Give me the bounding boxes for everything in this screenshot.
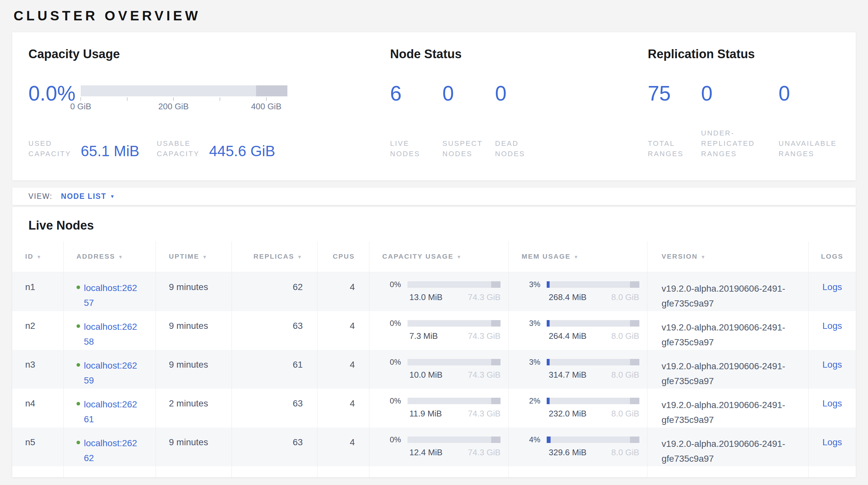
cell-version: v19.2.0-alpha.20190606-2491-gfe735c9a97: [647, 272, 809, 311]
node-health-icon: [76, 286, 80, 289]
cell-empty: [12, 466, 63, 477]
column-header-replicas[interactable]: REPLICAS▼: [232, 241, 317, 272]
mem-total-value: 8.0 GiB: [611, 370, 640, 380]
capacity-meter-bar-row: 0%: [382, 435, 500, 444]
sort-arrow-icon[interactable]: ▼: [118, 254, 124, 260]
sort-arrow-icon[interactable]: ▼: [701, 254, 706, 260]
mem-percent: 3%: [522, 280, 547, 289]
mem-meter-track: [547, 359, 639, 365]
capacity-meter-other-segment: [491, 436, 500, 443]
sort-arrow-icon[interactable]: ▼: [36, 254, 42, 260]
axis-tick: [220, 97, 220, 101]
mem-meter-fill: [547, 436, 550, 443]
node-status-stat-label: DEAD NODES: [495, 138, 544, 159]
capacity-total-value: 74.3 GiB: [468, 292, 500, 302]
column-header-address[interactable]: ADDRESS▼: [63, 241, 156, 272]
logs-link[interactable]: Logs: [823, 321, 842, 331]
address: localhost:26257: [76, 281, 149, 310]
column-header-label[interactable]: REPLICAS: [253, 253, 294, 260]
column-header-label[interactable]: UPTIME: [169, 253, 199, 260]
column-header-id[interactable]: ID▼: [12, 241, 63, 272]
cell-cpus: 4: [317, 272, 369, 311]
capacity-bar-other-segment: [256, 85, 287, 96]
sort-arrow-icon[interactable]: ▼: [202, 254, 208, 260]
cell-empty: [647, 466, 809, 477]
node-status-stat-value: 0: [442, 82, 485, 106]
cell-logs: Logs: [809, 389, 856, 427]
capacity-meter-track: [407, 320, 500, 326]
address-link[interactable]: localhost:26258: [84, 319, 140, 349]
cell-version: v19.2.0-alpha.20190606-2491-gfe735c9a97: [647, 311, 809, 350]
column-header-label[interactable]: VERSION: [662, 253, 698, 260]
capacity-meter: 0%11.9 MiB74.3 GiB: [382, 396, 500, 419]
view-selected-option[interactable]: NODE LIST: [61, 192, 106, 201]
capacity-used-value: 7.3 MiB: [407, 331, 438, 341]
sort-arrow-icon[interactable]: ▼: [574, 254, 579, 260]
view-bar: VIEW: NODE LIST ▾: [12, 188, 856, 205]
node-status-stat-value: 6: [390, 82, 433, 106]
chevron-down-icon[interactable]: ▾: [111, 193, 114, 200]
usable-capacity-stat: USABLE CAPACITY 445.6 GiB: [157, 138, 275, 159]
cell-address: localhost:26261: [63, 389, 156, 427]
address-link[interactable]: localhost:26261: [84, 397, 140, 427]
column-header-label[interactable]: ADDRESS: [76, 253, 115, 260]
column-header-label[interactable]: CAPACITY USAGE: [382, 253, 454, 260]
cell-uptime: 9 minutes: [156, 427, 232, 466]
page-title: CLUSTER OVERVIEW: [13, 8, 856, 24]
logs-link[interactable]: Logs: [823, 282, 842, 292]
logs-link[interactable]: Logs: [823, 398, 842, 408]
mem-meter-bar-row: 3%: [522, 358, 639, 367]
capacity-usage-chart: 0 GiB200 GiB400 GiB: [81, 82, 287, 111]
live-nodes-title: Live Nodes: [28, 218, 840, 233]
replication-stat-label: TOTAL RANGES: [648, 138, 688, 159]
mem-percent: 2%: [522, 396, 547, 405]
capacity-total-value: 74.3 GiB: [468, 448, 500, 458]
column-header-label: CPUS: [333, 253, 354, 260]
capacity-meter-other-segment: [491, 359, 500, 365]
column-header-label[interactable]: MEM USAGE: [522, 253, 570, 260]
capacity-usage-section: Capacity Usage 0.0% 0 GiB200 GiB400 GiB: [28, 47, 390, 180]
axis-tick: [266, 97, 267, 101]
capacity-used-value: 12.4 MiB: [407, 448, 443, 458]
view-label: VIEW:: [28, 192, 53, 201]
live-nodes-card: Live Nodes ID▼ADDRESS▼UPTIME▼REPLICAS▼CP…: [12, 207, 856, 477]
cell-cpus: 4: [317, 427, 369, 466]
table-row: n3localhost:262599 minutes6140%10.0 MiB7…: [12, 350, 856, 389]
mem-total-value: 8.0 GiB: [611, 409, 640, 419]
logs-link[interactable]: Logs: [823, 360, 842, 370]
used-capacity-label: USED CAPACITY: [28, 138, 76, 159]
address-link[interactable]: localhost:26259: [84, 358, 140, 388]
address: localhost:26258: [76, 319, 149, 349]
cell-empty: [809, 466, 856, 477]
capacity-total-value: 74.3 GiB: [468, 331, 500, 341]
summary-card: Capacity Usage 0.0% 0 GiB200 GiB400 GiB: [12, 32, 856, 180]
replication-stat-label: UNAVAILABLE RANGES: [779, 138, 843, 159]
cell-replicas: 63: [232, 427, 317, 466]
cell-mem-usage: 3%264.4 MiB8.0 GiB: [508, 311, 647, 350]
mem-meter-track: [547, 436, 639, 443]
address-link[interactable]: localhost:26257: [84, 281, 140, 310]
mem-percent: 3%: [522, 358, 547, 367]
cell-mem-usage: 4%329.6 MiB8.0 GiB: [508, 427, 647, 466]
table-row: n2localhost:262589 minutes6340%7.3 MiB74…: [12, 311, 856, 350]
node-status-stat-value: 0: [495, 82, 544, 106]
cell-capacity-usage: 0%10.0 MiB74.3 GiB: [369, 350, 508, 389]
column-header-mem-usage[interactable]: MEM USAGE▼: [508, 241, 647, 272]
mem-meter-fill: [547, 398, 550, 404]
column-header-uptime[interactable]: UPTIME▼: [156, 241, 232, 272]
sort-arrow-icon[interactable]: ▼: [457, 254, 462, 260]
replication-stat: 75TOTAL RANGES: [648, 82, 688, 159]
address-link[interactable]: localhost:26262: [84, 436, 140, 465]
cell-empty: [63, 466, 156, 477]
used-capacity-value: 65.1 MiB: [81, 143, 140, 159]
column-header-capacity-usage[interactable]: CAPACITY USAGE▼: [369, 241, 508, 272]
replication-stat-label: UNDER-REPLICATED RANGES: [701, 128, 766, 159]
sort-arrow-icon[interactable]: ▼: [297, 254, 303, 260]
column-header-label[interactable]: ID: [25, 253, 34, 260]
view-selector[interactable]: NODE LIST ▾: [61, 192, 114, 201]
logs-link[interactable]: Logs: [823, 437, 842, 447]
column-header-version[interactable]: VERSION▼: [647, 241, 809, 272]
mem-meter-track: [547, 281, 639, 288]
capacity-axis-labels: 0 GiB200 GiB400 GiB: [81, 102, 287, 111]
mem-meter-values: 232.0 MiB8.0 GiB: [547, 409, 639, 419]
